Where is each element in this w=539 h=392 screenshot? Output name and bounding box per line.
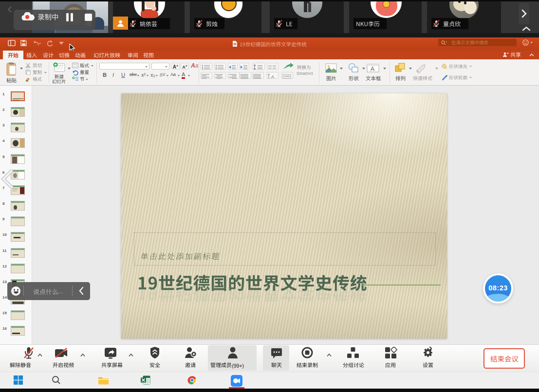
svg-text:A: A <box>271 74 274 79</box>
svg-text:A: A <box>371 66 374 72</box>
